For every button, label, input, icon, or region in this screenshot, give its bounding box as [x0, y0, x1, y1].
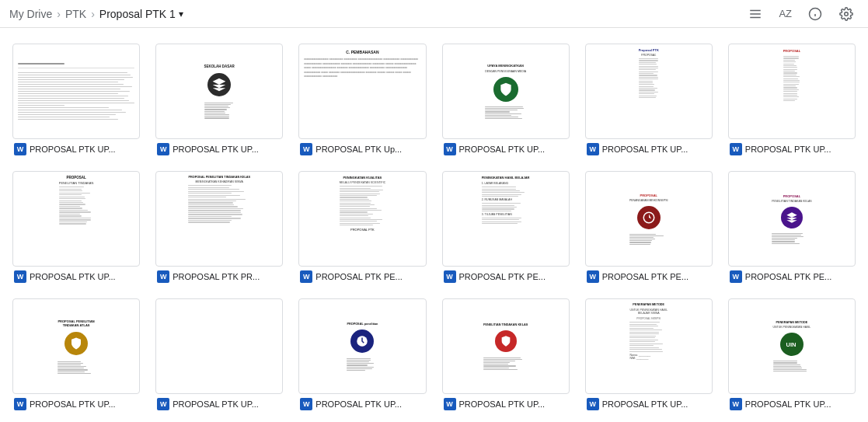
file-thumbnail: PENERAPAN METODE UNTUK PENINGKATAN HASIL… [728, 298, 856, 394]
file-item[interactable]: SEKOLAH DASAR WPROPOSAL PTK UP... [152, 40, 286, 159]
file-item[interactable]: PENERAPAN METODE UNTUK PENINGKATAN HASIL… [582, 295, 716, 413]
file-thumbnail: PROPOSAL PENELITIAN TINDAKAN KELAS MENIN… [155, 171, 283, 267]
dropdown-icon[interactable]: ▾ [179, 9, 183, 19]
word-icon: W [730, 398, 742, 410]
breadcrumb-folder[interactable]: PTK [65, 8, 86, 20]
file-label: WPROPOSAL PTK PR... [155, 270, 283, 283]
file-grid-container: WPROPOSAL PTK UP... SEKOLAH DASAR WPROPO… [0, 28, 868, 422]
file-label: WPROPOSAL PTK PE... [442, 270, 570, 283]
list-view-button[interactable] [743, 2, 768, 26]
file-label: WPROPOSAL PTK UP... [585, 398, 713, 410]
file-label: WPROPOSAL PTK Up... [298, 143, 426, 155]
file-name: PROPOSAL PTK UP... [173, 145, 281, 154]
file-thumbnail: PROPOSAL PENELITIAN TINDAKAN KELAS [728, 171, 856, 267]
svg-point-6 [845, 12, 849, 16]
file-label: WPROPOSAL PTK UP... [12, 270, 140, 283]
file-item[interactable]: PENERAPAN METODE UNTUK PENINGKATAN HASIL… [725, 295, 859, 413]
file-label: WPROPOSAL PTK UP... [442, 398, 570, 410]
breadcrumb-sep2: › [91, 8, 95, 20]
file-label: WPROPOSAL PTK UP... [298, 398, 426, 410]
file-name: PROPOSAL PTK UP... [745, 145, 854, 154]
file-thumbnail: PROPOSAL PENELITIANTINDAKAN ATLAS [12, 298, 140, 394]
file-name: PROPOSAL PTK UP... [602, 145, 711, 154]
file-name: PROPOSAL PTK UP... [30, 399, 138, 409]
file-thumbnail: Proposal PTK PROPOSAL [585, 44, 713, 139]
file-thumbnail: PENERAPAN METODE UNTUK PENINGKATAN HASIL… [585, 298, 713, 394]
word-icon: W [300, 270, 312, 283]
word-icon: W [300, 143, 312, 155]
info-button[interactable] [803, 2, 828, 26]
file-name: PROPOSAL PTK PE... [602, 272, 711, 281]
word-icon: W [14, 143, 26, 155]
file-item[interactable]: PENINGKATAN KUALITAS MELALUI PENDEKATAN … [295, 168, 429, 286]
file-name: PROPOSAL PTK PE... [315, 272, 424, 281]
file-item[interactable]: PROPOSAL PENELITIAN TINDAKAN KELAS MENIN… [152, 168, 286, 286]
file-name: PROPOSAL PTK UP... [745, 399, 854, 409]
sort-button[interactable]: AZ [774, 5, 797, 23]
file-name: PROPOSAL PTK UP... [459, 399, 568, 409]
file-thumbnail: UPAYA MENINGKATKAN DENGAN PENGGUNAAN MED… [442, 44, 570, 139]
word-icon: W [730, 270, 742, 283]
breadcrumb-current[interactable]: Proposal PTK 1 ▾ [99, 8, 183, 20]
file-item[interactable]: PROPOSAL penelitian WPROPOSAL PTK UP... [295, 295, 429, 413]
file-label: WPROPOSAL PTK PE... [298, 270, 426, 283]
file-item[interactable]: WPROPOSAL PTK UP... [9, 40, 143, 159]
file-name: PROPOSAL PTK UP... [173, 399, 281, 409]
file-label: WPROPOSAL PTK UP... [155, 143, 283, 155]
file-item[interactable]: WPROPOSAL PTK UP... [152, 295, 286, 413]
file-thumbnail: SEKOLAH DASAR [155, 44, 283, 139]
svg-text:UIN: UIN [786, 341, 796, 348]
file-label: WPROPOSAL PTK UP... [12, 143, 140, 155]
file-item[interactable]: C. PEMBAHASAN xxxxxxxxxxxxxxxxxx xxxxxxx… [295, 40, 429, 159]
file-item[interactable]: UPAYA MENINGKATKAN DENGAN PENGGUNAAN MED… [439, 40, 573, 159]
file-label: WPROPOSAL PTK UP... [12, 398, 140, 410]
word-icon: W [157, 270, 169, 283]
file-name: PROPOSAL PTK Up... [315, 145, 424, 154]
word-icon: W [14, 398, 26, 410]
file-item[interactable]: PROPOSAL PENELITIAN TINDAKAN WPROPOSAL P… [9, 168, 143, 286]
word-icon: W [587, 143, 599, 155]
breadcrumb-sep1: › [57, 8, 61, 20]
file-grid: WPROPOSAL PTK UP... SEKOLAH DASAR WPROPO… [9, 40, 859, 413]
file-name: PROPOSAL PTK PE... [745, 272, 854, 281]
file-name: PROPOSAL PTK PR... [173, 272, 281, 281]
file-thumbnail [155, 298, 283, 394]
file-thumbnail: PROPOSAL [728, 44, 856, 139]
file-name: PROPOSAL PTK PE... [459, 272, 568, 281]
word-icon: W [587, 270, 599, 283]
word-icon: W [444, 143, 456, 155]
file-thumbnail: PENINGKATAN KUALITAS MELALUI PENDEKATAN … [298, 171, 426, 267]
word-icon: W [444, 398, 456, 410]
file-item[interactable]: PROPOSAL PENANGANAN MISKONSEPSI WPROPOSA… [582, 168, 716, 286]
word-icon: W [444, 270, 456, 283]
word-icon: W [157, 398, 169, 410]
file-item[interactable]: Proposal PTK PROPOSAL WPROPOSAL PTK UP..… [582, 40, 716, 159]
file-name: PROPOSAL PTK UP... [315, 399, 424, 409]
word-icon: W [14, 270, 26, 283]
file-item[interactable]: PROPOSAL PENELITIAN TINDAKAN KELAS WPROP… [725, 168, 859, 286]
file-label: WPROPOSAL PTK UP... [585, 143, 713, 155]
file-thumbnail: PENELITIAN TINDAKAN KELAS [442, 298, 570, 394]
word-icon: W [730, 143, 742, 155]
file-label: WPROPOSAL PTK UP... [728, 398, 856, 410]
file-label: WPROPOSAL PTK PE... [585, 270, 713, 283]
file-name: PROPOSAL PTK UP... [602, 399, 711, 409]
settings-button[interactable] [834, 2, 859, 26]
file-label: WPROPOSAL PTK UP... [728, 143, 856, 155]
file-item[interactable]: PROPOSAL WPROPOSAL PTK UP... [725, 40, 859, 159]
word-icon: W [587, 398, 599, 410]
file-item[interactable]: PENELITIAN TINDAKAN KELAS WPROPOSAL PTK … [439, 295, 573, 413]
file-name: PROPOSAL PTK UP... [30, 145, 138, 154]
file-label: WPROPOSAL PTK UP... [442, 143, 570, 155]
file-thumbnail: PENINGKATAN HASIL BELAJAR 1. LATAR BELAK… [442, 171, 570, 267]
file-item[interactable]: PROPOSAL PENELITIANTINDAKAN ATLAS WPROPO… [9, 295, 143, 413]
word-icon: W [157, 143, 169, 155]
breadcrumb: My Drive › PTK › Proposal PTK 1 ▾ [9, 8, 743, 20]
header-bar: My Drive › PTK › Proposal PTK 1 ▾ AZ [0, 0, 868, 28]
file-name: PROPOSAL PTK UP... [459, 145, 568, 154]
breadcrumb-root[interactable]: My Drive [9, 8, 52, 20]
file-thumbnail: PROPOSAL penelitian [298, 298, 426, 394]
file-item[interactable]: PENINGKATAN HASIL BELAJAR 1. LATAR BELAK… [439, 168, 573, 286]
file-name: PROPOSAL PTK UP... [30, 272, 138, 281]
file-label: WPROPOSAL PTK PE... [728, 270, 856, 283]
